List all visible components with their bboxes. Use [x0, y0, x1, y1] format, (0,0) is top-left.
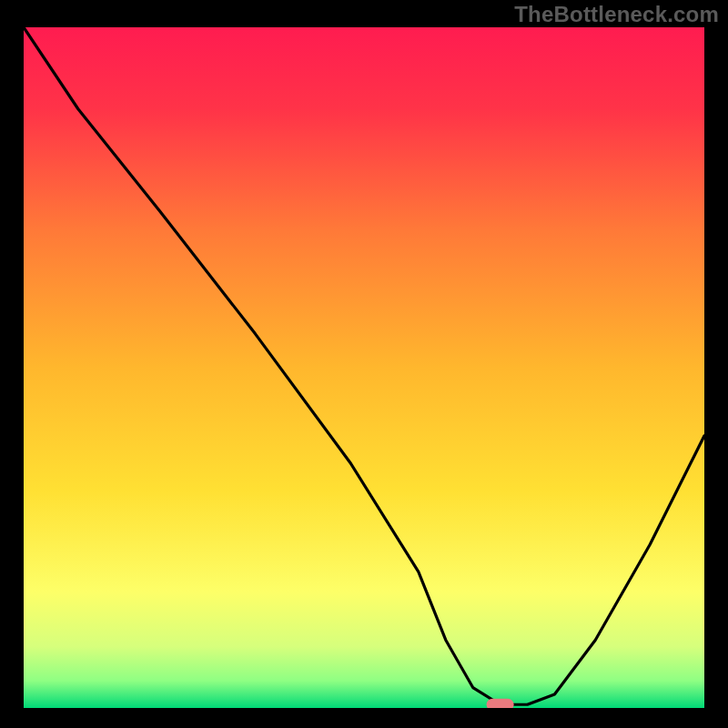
chart-svg: [24, 27, 704, 708]
optimal-point-marker: [487, 699, 514, 708]
watermark-text: TheBottleneck.com: [514, 2, 719, 27]
marker-layer: [487, 699, 514, 708]
plot-area: [24, 27, 704, 708]
chart-canvas: TheBottleneck.com: [0, 0, 728, 728]
gradient-background: [24, 27, 704, 708]
